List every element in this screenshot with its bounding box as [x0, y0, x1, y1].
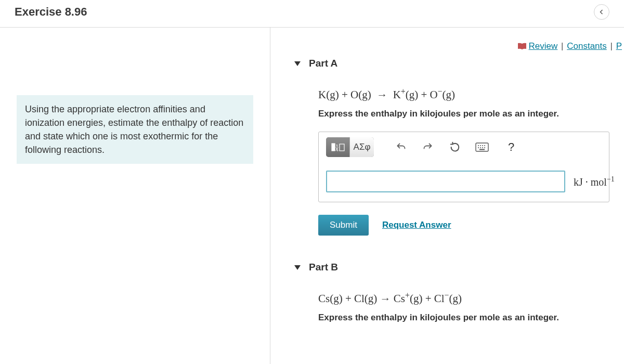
undo-icon: [395, 142, 407, 152]
reset-button[interactable]: [446, 138, 464, 157]
svg-rect-2: [340, 144, 344, 151]
svg-point-10: [482, 147, 483, 148]
svg-point-5: [480, 145, 481, 146]
part-a-instruction: Express the enthalpy in kilojoules per m…: [318, 109, 624, 132]
separator: |: [609, 41, 614, 51]
book-icon: [517, 42, 527, 53]
left-panel: Using the appropriate electron affinitie…: [0, 28, 270, 364]
page-title: Exercise 8.96: [15, 5, 87, 19]
answer-toolbar: x ΑΣφ: [319, 132, 609, 163]
svg-rect-0: [332, 144, 335, 151]
svg-rect-3: [476, 143, 488, 151]
part-b-header: Part B: [270, 259, 624, 283]
periodic-link[interactable]: P: [616, 41, 622, 51]
svg-point-7: [484, 145, 485, 146]
svg-rect-12: [479, 149, 485, 150]
part-a-equation: K(g) + O(g) → K+(g) + O−(g): [318, 80, 624, 109]
separator: |: [560, 41, 564, 51]
request-answer-link[interactable]: Request Answer: [382, 220, 451, 230]
problem-prompt: Using the appropriate electron affinitie…: [17, 95, 253, 164]
answer-input[interactable]: [326, 171, 565, 192]
collapse-toggle-b[interactable]: [294, 265, 301, 270]
help-button[interactable]: ?: [502, 138, 521, 157]
part-b-label: Part B: [309, 262, 338, 273]
svg-point-11: [484, 147, 485, 148]
svg-text:x: x: [336, 143, 338, 148]
symbols-button[interactable]: ΑΣφ: [350, 137, 374, 157]
redo-icon: [422, 142, 434, 152]
svg-point-6: [482, 145, 483, 146]
keyboard-button[interactable]: [473, 138, 491, 157]
svg-point-8: [478, 147, 479, 148]
templates-button[interactable]: x: [326, 137, 350, 157]
top-links: Review | Constants | P: [270, 41, 624, 53]
part-a-header: Part A: [270, 56, 624, 80]
svg-point-9: [480, 147, 481, 148]
answer-unit: kJ · mol−1: [565, 175, 615, 188]
review-link[interactable]: Review: [529, 41, 558, 51]
undo-button[interactable]: [392, 138, 410, 157]
format-button-group: x ΑΣφ: [326, 137, 374, 157]
redo-button[interactable]: [419, 138, 437, 157]
keyboard-icon: [475, 142, 489, 152]
part-b-equation: Cs(g) + Cl(g) → Cs+(g) + Cl−(g): [318, 283, 624, 313]
part-b-instruction: Express the enthalpy in kilojoules per m…: [318, 313, 624, 335]
templates-icon: x: [331, 142, 345, 152]
reset-icon: [449, 141, 461, 153]
answer-input-group: x ΑΣφ: [318, 132, 609, 202]
right-panel: Review | Constants | P Part A K(g) + O(g…: [270, 28, 624, 364]
submit-button[interactable]: Submit: [318, 215, 369, 236]
svg-point-4: [478, 145, 479, 146]
part-a-body: K(g) + O(g) → K+(g) + O−(g) Express the …: [270, 80, 624, 256]
back-button[interactable]: [594, 4, 609, 20]
part-a-label: Part A: [309, 58, 337, 69]
collapse-toggle-a[interactable]: [294, 61, 301, 66]
part-b-body: Cs(g) + Cl(g) → Cs+(g) + Cl−(g) Express …: [270, 283, 624, 335]
chevron-left-icon: [599, 9, 605, 15]
constants-link[interactable]: Constants: [567, 41, 607, 51]
